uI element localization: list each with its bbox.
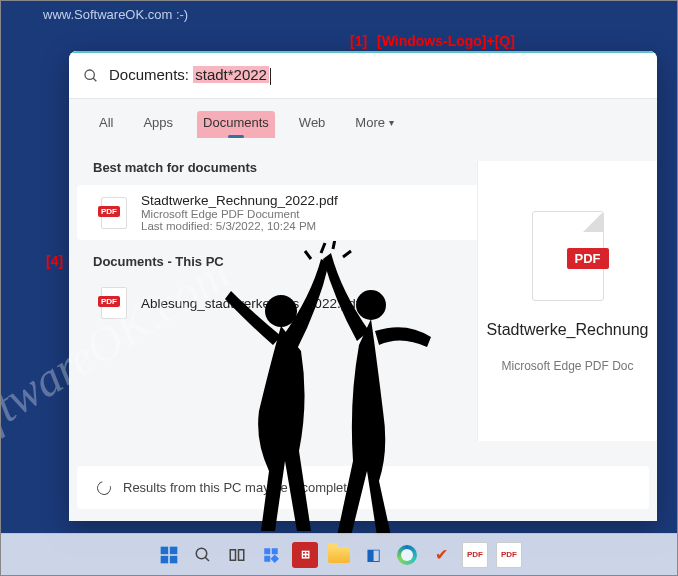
result-title: Ablesung_stadtwerke_gas_2022.pdf — [141, 296, 359, 311]
search-input[interactable]: Documents: stadt*2022 — [109, 66, 271, 85]
search-icon — [83, 68, 99, 84]
search-bar[interactable]: Documents: stadt*2022 — [69, 51, 657, 99]
tab-apps[interactable]: Apps — [137, 111, 179, 138]
svg-rect-10 — [161, 555, 169, 563]
svg-rect-17 — [272, 548, 278, 554]
results-incomplete-notice[interactable]: Results from this PC may be incomplete — [77, 466, 649, 509]
result-title: Stadtwerke_Rechnung_2022.pdf — [141, 193, 338, 208]
search-tabs: All Apps Documents Web More▾ — [69, 99, 657, 146]
windows-search-panel: Documents: stadt*2022 All Apps Documents… — [69, 51, 657, 521]
pdf-file-icon — [101, 287, 127, 319]
file-explorer-icon[interactable] — [326, 542, 352, 568]
preview-title: Stadtwerke_Rechnung — [487, 321, 649, 339]
pdf-preview-icon: PDF — [532, 211, 604, 301]
task-view-icon[interactable] — [224, 542, 250, 568]
svg-rect-16 — [264, 548, 270, 554]
app-icon[interactable]: ✔ — [428, 542, 454, 568]
widgets-icon[interactable] — [258, 542, 284, 568]
pdf-app-icon[interactable]: PDF — [462, 542, 488, 568]
svg-rect-15 — [239, 549, 244, 560]
svg-rect-11 — [170, 555, 178, 563]
taskbar-search-icon[interactable] — [190, 542, 216, 568]
svg-rect-14 — [230, 549, 235, 560]
annotation-4: [4] — [46, 253, 63, 269]
result-modified: Last modified: 5/3/2022, 10:24 PM — [141, 220, 338, 232]
chevron-down-icon: ▾ — [389, 117, 394, 128]
tab-web[interactable]: Web — [293, 111, 332, 138]
tab-all[interactable]: All — [93, 111, 119, 138]
app-icon[interactable]: ⊞ — [292, 542, 318, 568]
tab-documents[interactable]: Documents — [197, 111, 275, 138]
svg-rect-9 — [170, 546, 178, 554]
pdf-badge: PDF — [567, 248, 609, 269]
start-button[interactable] — [156, 542, 182, 568]
pdf-file-icon — [101, 197, 127, 229]
svg-line-5 — [93, 78, 96, 81]
taskbar: ⊞ ◧ ✔ PDF PDF — [1, 533, 677, 575]
svg-rect-19 — [271, 554, 279, 562]
annotation-1: [1] [Windows-Logo]+[Q] — [350, 33, 515, 49]
watermark-url: www.SoftwareOK.com :-) — [43, 7, 188, 22]
pdf-app-icon[interactable]: PDF — [496, 542, 522, 568]
edge-browser-icon[interactable] — [394, 542, 420, 568]
svg-rect-18 — [264, 555, 270, 561]
refresh-icon — [94, 478, 113, 497]
result-type: Microsoft Edge PDF Document — [141, 208, 338, 220]
app-icon[interactable]: ◧ — [360, 542, 386, 568]
svg-rect-8 — [161, 546, 169, 554]
preview-subtitle: Microsoft Edge PDF Doc — [501, 359, 633, 373]
tab-more[interactable]: More▾ — [349, 111, 400, 138]
svg-line-13 — [205, 557, 209, 561]
preview-pane: PDF Stadtwerke_Rechnung Microsoft Edge P… — [477, 161, 657, 441]
svg-point-12 — [196, 548, 207, 559]
svg-point-4 — [85, 70, 94, 79]
